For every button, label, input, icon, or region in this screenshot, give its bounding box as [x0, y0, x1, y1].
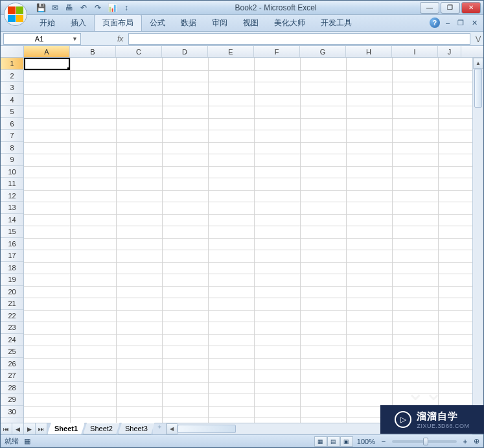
view-normal-button[interactable]: ▦: [314, 436, 327, 447]
sheet-nav-first-button[interactable]: ⏮: [1, 423, 12, 435]
row-header-5[interactable]: 5: [1, 106, 23, 118]
mdi-close-button[interactable]: ✕: [470, 19, 479, 27]
row-header-27[interactable]: 27: [1, 370, 23, 382]
vscroll-track[interactable]: [473, 69, 483, 412]
help-button[interactable]: ?: [430, 18, 440, 28]
ribbon-tab-0[interactable]: 开始: [32, 15, 63, 31]
row-header-12[interactable]: 12: [1, 190, 23, 202]
zoom-level[interactable]: 100%: [357, 438, 375, 445]
row-header-1[interactable]: 1: [1, 58, 23, 70]
row-header-6[interactable]: 6: [1, 118, 23, 130]
row-header-22[interactable]: 22: [1, 310, 23, 322]
window-close-button[interactable]: ✕: [461, 2, 481, 14]
row-header-11[interactable]: 11: [1, 178, 23, 190]
scroll-left-button[interactable]: ◀: [167, 423, 178, 434]
watermark-text: 溜溜自学: [417, 410, 458, 421]
row-header-18[interactable]: 18: [1, 262, 23, 274]
hscroll-thumb[interactable]: [178, 425, 236, 433]
qat-mail-button[interactable]: ✉: [49, 1, 62, 14]
row-header-26[interactable]: 26: [1, 358, 23, 370]
zoom-slider[interactable]: [392, 440, 457, 443]
ribbon-tab-2[interactable]: 页面布局: [94, 14, 142, 31]
play-icon: ▷: [395, 411, 411, 428]
scroll-up-button[interactable]: ▲: [473, 58, 483, 69]
row-header-30[interactable]: 30: [1, 406, 23, 418]
name-box[interactable]: A1 ▼: [3, 33, 81, 45]
row-header-19[interactable]: 19: [1, 274, 23, 286]
new-sheet-button[interactable]: ✦: [153, 423, 166, 434]
row-header-16[interactable]: 16: [1, 238, 23, 250]
col-header-E[interactable]: E: [208, 46, 254, 57]
ribbon-tab-7[interactable]: 美化大师: [266, 15, 313, 31]
ribbon-tab-6[interactable]: 视图: [235, 15, 266, 31]
sheet-nav-prev-button[interactable]: ◀: [12, 423, 24, 435]
active-cell[interactable]: [24, 58, 70, 70]
qat-save-button[interactable]: 💾: [34, 1, 47, 14]
row-header-7[interactable]: 7: [1, 130, 23, 142]
formula-expand-button[interactable]: ⋁: [473, 35, 483, 42]
col-header-I[interactable]: I: [392, 46, 438, 57]
row-header-24[interactable]: 24: [1, 334, 23, 346]
sheet-nav-next-button[interactable]: ▶: [24, 423, 36, 435]
window-maximize-button[interactable]: ❐: [441, 2, 460, 14]
row-header-13[interactable]: 13: [1, 202, 23, 214]
col-header-A[interactable]: A: [24, 46, 70, 57]
zoom-slider-thumb[interactable]: [423, 438, 428, 445]
col-header-H[interactable]: H: [346, 46, 392, 57]
sheet-tab-sheet2[interactable]: Sheet2: [83, 423, 120, 434]
col-header-F[interactable]: F: [254, 46, 300, 57]
qat-redo-button[interactable]: ↷: [91, 1, 104, 14]
qat-chart-button[interactable]: 📊: [106, 1, 119, 14]
ribbon-tab-8[interactable]: 开发工具: [313, 15, 360, 31]
zoom-out-button[interactable]: −: [379, 438, 388, 445]
view-pagebreak-button[interactable]: ▣: [340, 436, 353, 447]
spreadsheet-grid[interactable]: [24, 58, 472, 423]
col-header-B[interactable]: B: [70, 46, 116, 57]
row-header-25[interactable]: 25: [1, 346, 23, 358]
fx-icon[interactable]: fx: [117, 34, 123, 43]
name-box-dropdown-icon[interactable]: ▼: [72, 36, 78, 42]
row-header-21[interactable]: 21: [1, 298, 23, 310]
sheet-nav-last-button[interactable]: ⏭: [36, 423, 47, 435]
ribbon-tab-3[interactable]: 公式: [142, 15, 173, 31]
sheet-tab-sheet3[interactable]: Sheet3: [118, 423, 155, 434]
qat-undo-button[interactable]: ↶: [77, 1, 90, 14]
row-header-8[interactable]: 8: [1, 142, 23, 154]
ribbon-tab-4[interactable]: 数据: [173, 15, 204, 31]
col-header-C[interactable]: C: [116, 46, 162, 57]
col-header-J[interactable]: J: [438, 46, 461, 57]
view-layout-button[interactable]: ▤: [327, 436, 340, 447]
row-header-3[interactable]: 3: [1, 82, 23, 94]
quick-access-toolbar: 💾 ✉ 🖶 ↶ ↷ 📊 ↕: [34, 1, 133, 14]
mdi-minimize-button[interactable]: –: [444, 19, 452, 27]
sheet-tab-sheet1[interactable]: Sheet1: [47, 423, 85, 434]
ribbon-tab-5[interactable]: 审阅: [204, 15, 235, 31]
row-header-15[interactable]: 15: [1, 226, 23, 238]
row-header-14[interactable]: 14: [1, 214, 23, 226]
name-box-value: A1: [6, 35, 72, 43]
vscroll-thumb[interactable]: [474, 69, 482, 108]
row-header-9[interactable]: 9: [1, 154, 23, 166]
qat-print-button[interactable]: 🖶: [63, 1, 76, 14]
select-all-corner[interactable]: [1, 46, 24, 57]
formula-input[interactable]: [128, 33, 470, 45]
row-header-2[interactable]: 2: [1, 70, 23, 82]
row-header-4[interactable]: 4: [1, 94, 23, 106]
macro-record-icon[interactable]: ▦: [24, 437, 30, 445]
col-header-G[interactable]: G: [300, 46, 346, 57]
window-minimize-button[interactable]: —: [420, 2, 439, 14]
row-header-28[interactable]: 28: [1, 382, 23, 394]
row-header-29[interactable]: 29: [1, 394, 23, 406]
row-header-20[interactable]: 20: [1, 286, 23, 298]
mdi-restore-button[interactable]: ❐: [455, 19, 466, 27]
col-header-D[interactable]: D: [162, 46, 208, 57]
zoom-in-button[interactable]: +: [461, 438, 470, 445]
row-header-23[interactable]: 23: [1, 322, 23, 334]
qat-sort-button[interactable]: ↕: [120, 1, 133, 14]
office-button[interactable]: [4, 3, 27, 26]
row-header-17[interactable]: 17: [1, 250, 23, 262]
vertical-scrollbar[interactable]: ▲ ▼: [472, 58, 483, 423]
row-header-10[interactable]: 10: [1, 166, 23, 178]
zoom-expand-button[interactable]: ⊕: [474, 437, 479, 445]
ribbon-tab-1[interactable]: 插入: [63, 15, 94, 31]
